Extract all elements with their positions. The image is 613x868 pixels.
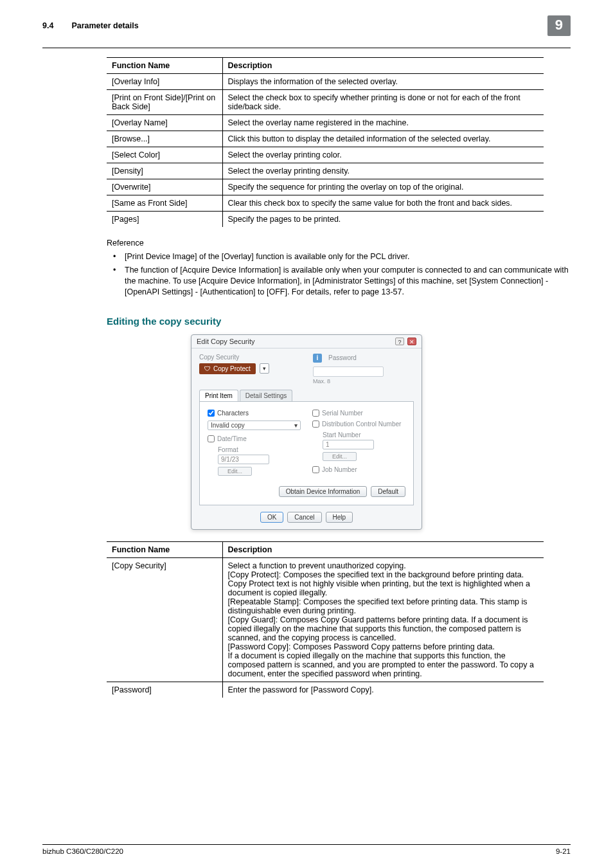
reference-label: Reference — [107, 239, 571, 248]
copy-security-label: Copy Security — [199, 354, 300, 361]
func-cell: [Overwrite] — [107, 179, 222, 195]
dialog-title: Edit Copy Security — [197, 338, 254, 345]
func-cell: [Overlay Name] — [107, 115, 222, 131]
footer-page: 9-21 — [556, 847, 571, 855]
func-cell: [Density] — [107, 163, 222, 179]
table-row: [Select Color]Select the overlay printin… — [107, 147, 544, 163]
copy-protect-select[interactable]: 🛡 Copy Protect — [199, 363, 256, 374]
job-number-label: Job Number — [322, 466, 357, 473]
func-cell: [Password] — [107, 682, 222, 698]
chevron-down-icon[interactable]: ▾ — [260, 363, 269, 374]
section-number: 9.4 — [42, 21, 53, 30]
password-max-label: Max. 8 — [313, 378, 414, 384]
table-row: [Copy Security] Select a function to pre… — [107, 557, 544, 682]
subheading-copy-security: Editing the copy security — [107, 316, 571, 327]
distribution-checkbox[interactable] — [312, 420, 319, 428]
characters-select-value: Invalid copy — [211, 422, 245, 429]
close-icon[interactable]: ✕ — [407, 338, 416, 345]
cancel-button[interactable]: Cancel — [287, 512, 321, 523]
edit-distribution-button[interactable]: Edit... — [323, 452, 357, 461]
table-row: [Overlay Info]Displays the information o… — [107, 74, 544, 90]
characters-checkbox[interactable] — [208, 410, 215, 417]
password-label: Password — [328, 354, 357, 361]
desc-cell: Select the check box to specify whether … — [222, 90, 544, 115]
func-cell: [Copy Security] — [107, 557, 222, 682]
table-row: [Same as Front Side]Clear this check box… — [107, 195, 544, 212]
table-row: [Overlay Name]Select the overlay name re… — [107, 115, 544, 131]
info-icon: i — [313, 354, 322, 363]
desc-cell: Select a function to prevent unauthorize… — [222, 557, 544, 682]
datetime-checkbox[interactable] — [208, 435, 215, 442]
datetime-label: Date/Time — [217, 435, 247, 442]
window-controls: ? ✕ — [394, 338, 416, 345]
footer-model: bizhub C360/C280/C220 — [42, 847, 123, 855]
ok-button[interactable]: OK — [260, 512, 283, 523]
format-label: Format — [218, 446, 301, 453]
password-input[interactable] — [313, 366, 384, 377]
edit-datetime-button[interactable]: Edit... — [218, 467, 252, 476]
function-table-1: Function Name Description [Overlay Info]… — [107, 57, 544, 227]
tab-detail-settings[interactable]: Detail Settings — [240, 390, 292, 401]
desc-cell: Enter the password for [Password Copy]. — [222, 682, 544, 698]
header-rule — [42, 48, 571, 48]
chevron-down-icon: ▾ — [294, 422, 298, 429]
job-number-checkbox[interactable] — [312, 466, 319, 473]
func-cell: [Browse...] — [107, 131, 222, 147]
func-cell: [Print on Front Side]/[Print on Back Sid… — [107, 90, 222, 115]
distribution-label: Distribution Control Number — [322, 420, 401, 428]
func-cell: [Overlay Info] — [107, 74, 222, 90]
help-button[interactable]: Help — [326, 512, 353, 523]
table-row: [Print on Front Side]/[Print on Back Sid… — [107, 90, 544, 115]
reference-block: Reference [Print Device Image] of the [O… — [107, 239, 571, 298]
desc-cell: Select the overlay printing color. — [222, 147, 544, 163]
func-cell: [Pages] — [107, 212, 222, 228]
shield-icon: 🛡 — [204, 365, 211, 372]
desc-cell: Displays the information of the selected… — [222, 74, 544, 90]
list-item: The function of [Acquire Device Informat… — [117, 265, 571, 298]
table-row: [Password] Enter the password for [Passw… — [107, 682, 544, 698]
start-number-label: Start Number — [323, 431, 405, 439]
start-number-value: 1 — [323, 440, 374, 449]
desc-cell: Select the overlay printing density. — [222, 163, 544, 179]
serial-label: Serial Number — [322, 410, 363, 417]
table-row: [Overwrite]Specify the sequence for prin… — [107, 179, 544, 195]
characters-label: Characters — [217, 410, 249, 417]
func-cell: [Same as Front Side] — [107, 195, 222, 212]
desc-cell: Select the overlay name registered in th… — [222, 115, 544, 131]
table-row: [Pages]Specify the pages to be printed. — [107, 212, 544, 228]
obtain-device-info-button[interactable]: Obtain Device Information — [279, 486, 368, 497]
tab-print-item[interactable]: Print Item — [199, 390, 238, 401]
desc-cell: Specify the sequence for printing the ov… — [222, 179, 544, 195]
function-table-2: Function Name Description [Copy Security… — [107, 541, 544, 698]
characters-select[interactable]: Invalid copy ▾ — [208, 420, 301, 430]
copy-protect-label: Copy Protect — [213, 365, 251, 372]
desc-cell: Click this button to display the detaile… — [222, 131, 544, 147]
table2-head-desc: Description — [222, 541, 544, 557]
table2-head-func: Function Name — [107, 541, 222, 557]
table-row: [Density]Select the overlay printing den… — [107, 163, 544, 179]
default-button[interactable]: Default — [371, 486, 405, 497]
section-title: Parameter details — [71, 21, 542, 30]
func-cell: [Select Color] — [107, 147, 222, 163]
desc-cell: Clear this check box to specify the same… — [222, 195, 544, 212]
list-item: [Print Device Image] of the [Overlay] fu… — [117, 251, 571, 262]
format-value: 9/1/23 — [218, 455, 269, 464]
table1-head-func: Function Name — [107, 58, 222, 74]
desc-cell: Specify the pages to be printed. — [222, 212, 544, 228]
chapter-tab: 9 — [547, 15, 571, 36]
table1-head-desc: Description — [222, 58, 544, 74]
table-row: [Browse...]Click this button to display … — [107, 131, 544, 147]
serial-checkbox[interactable] — [312, 410, 319, 417]
help-window-icon[interactable]: ? — [395, 338, 404, 345]
edit-copy-security-dialog: Edit Copy Security ? ✕ Copy Security 🛡 C… — [191, 334, 422, 530]
